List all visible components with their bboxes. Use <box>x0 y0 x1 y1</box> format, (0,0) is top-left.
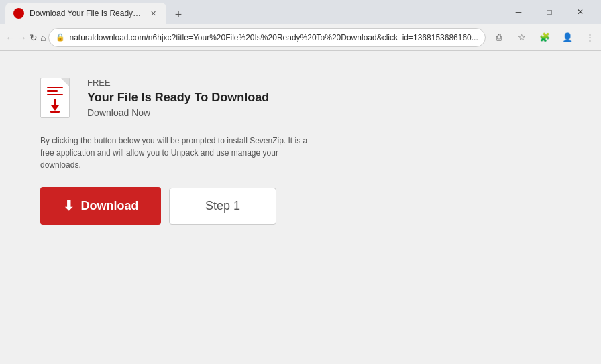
back-icon: ← <box>5 32 15 43</box>
download-label: Download <box>81 199 139 213</box>
menu-icon: ⋮ <box>586 32 594 42</box>
forward-icon: → <box>17 32 27 43</box>
home-button[interactable]: ⌂ <box>40 27 46 48</box>
url-text: naturaldownload.com/n6hjxc?title=Your%20… <box>69 33 478 42</box>
file-graphic <box>48 99 62 115</box>
share-button[interactable]: ⎙ <box>488 27 510 48</box>
description-text: By clicking the button below you will be… <box>40 135 309 171</box>
close-icon: ✕ <box>577 7 584 17</box>
file-badge: FREE <box>87 78 269 88</box>
refresh-button[interactable]: ↻ <box>30 27 38 48</box>
file-icon <box>40 78 74 121</box>
refresh-icon: ↻ <box>30 32 38 43</box>
toolbar-actions: ⎙ ☆ 🧩 👤 ⋮ <box>488 27 601 48</box>
step1-button[interactable]: Step 1 <box>169 188 276 225</box>
window-controls: ─ □ ✕ <box>503 0 596 24</box>
new-tab-button[interactable]: + <box>169 5 188 24</box>
extension-button[interactable]: 🧩 <box>534 27 555 48</box>
tab-close-button[interactable]: ✕ <box>148 8 158 19</box>
profile-button[interactable]: 👤 <box>557 27 578 48</box>
file-info-row: FREE Your File Is Ready To Download Down… <box>40 78 269 121</box>
file-details: FREE Your File Is Ready To Download Down… <box>87 78 269 118</box>
file-title: Your File Is Ready To Download <box>87 90 269 105</box>
browser-window: Download Your File Is Ready To ... ✕ + ─… <box>0 0 601 364</box>
bookmark-button[interactable]: ☆ <box>511 27 533 48</box>
download-button[interactable]: ⬇ Download <box>40 187 161 225</box>
tab-title: Download Your File Is Ready To ... <box>30 9 142 18</box>
share-icon: ⎙ <box>496 32 502 42</box>
close-button[interactable]: ✕ <box>565 0 596 24</box>
address-bar[interactable]: 🔒 naturaldownload.com/n6hjxc?title=Your%… <box>48 28 485 47</box>
forward-button[interactable]: → <box>17 27 27 48</box>
title-bar: Download Your File Is Ready To ... ✕ + ─… <box>0 0 601 24</box>
svg-marker-1 <box>51 105 59 111</box>
tab-favicon <box>13 8 24 19</box>
back-button[interactable]: ← <box>5 27 15 48</box>
maximize-button[interactable]: □ <box>534 0 565 24</box>
bookmark-icon: ☆ <box>518 32 526 42</box>
buttons-row: ⬇ Download Step 1 <box>40 187 276 225</box>
menu-button[interactable]: ⋮ <box>580 27 601 48</box>
home-icon: ⌂ <box>40 32 46 43</box>
puzzle-icon: 🧩 <box>539 32 550 42</box>
profile-icon: 👤 <box>562 32 573 42</box>
browser-tab[interactable]: Download Your File Is Ready To ... ✕ <box>5 3 166 24</box>
svg-rect-2 <box>50 111 60 113</box>
page-content: FREE Your File Is Ready To Download Down… <box>0 51 601 364</box>
download-icon: ⬇ <box>63 198 74 214</box>
file-subtitle: Download Now <box>87 107 269 118</box>
lock-icon: 🔒 <box>56 33 65 42</box>
minimize-icon: ─ <box>516 7 522 17</box>
maximize-icon: □ <box>547 7 551 17</box>
step1-label: Step 1 <box>205 199 240 213</box>
address-bar-row: ← → ↻ ⌂ 🔒 naturaldownload.com/n6hjxc?tit… <box>0 24 601 51</box>
minimize-button[interactable]: ─ <box>503 0 534 24</box>
